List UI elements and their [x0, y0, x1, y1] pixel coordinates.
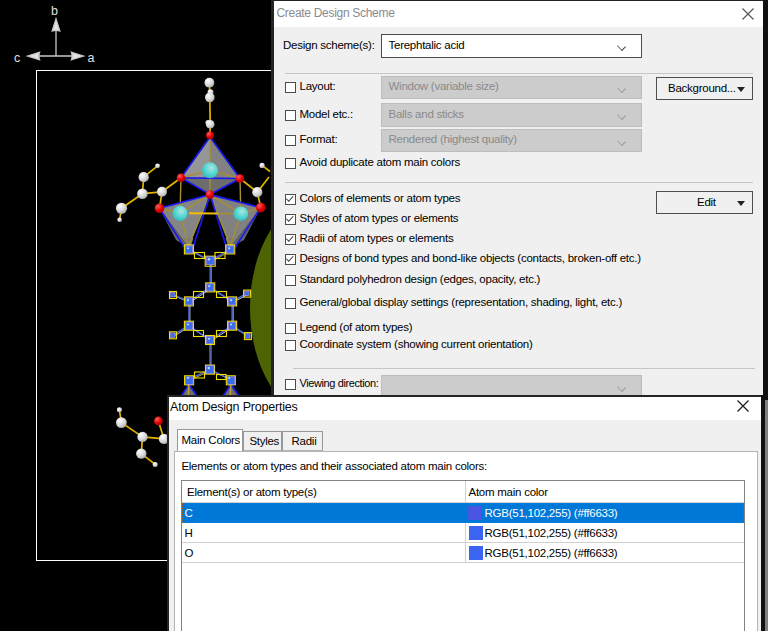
svg-text:b: b: [51, 4, 58, 18]
svg-text:c: c: [14, 51, 20, 65]
svg-text:a: a: [88, 51, 95, 65]
